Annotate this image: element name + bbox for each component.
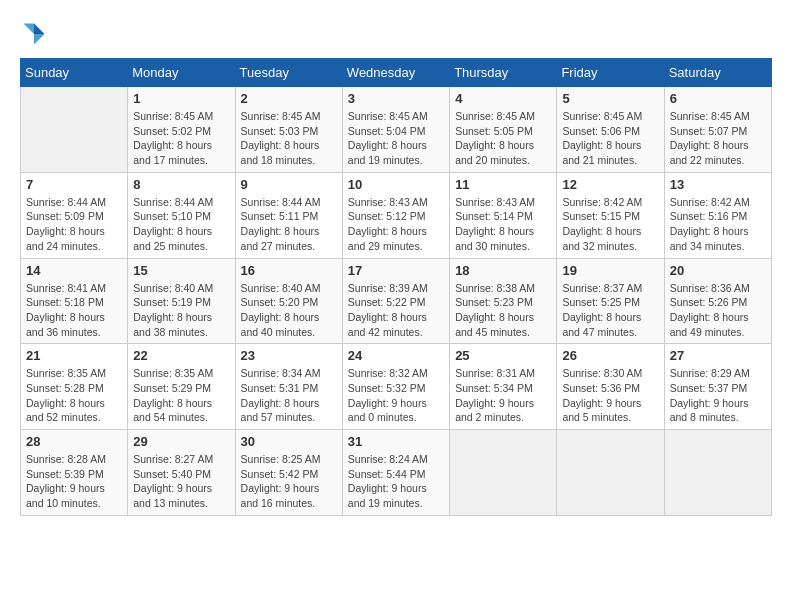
day-number: 9	[241, 177, 337, 192]
day-number: 2	[241, 91, 337, 106]
svg-marker-2	[24, 24, 35, 35]
day-number: 10	[348, 177, 444, 192]
day-number: 30	[241, 434, 337, 449]
day-info: Sunrise: 8:43 AMSunset: 5:12 PMDaylight:…	[348, 195, 444, 254]
day-info: Sunrise: 8:45 AMSunset: 5:06 PMDaylight:…	[562, 109, 658, 168]
day-number: 16	[241, 263, 337, 278]
day-info: Sunrise: 8:45 AMSunset: 5:02 PMDaylight:…	[133, 109, 229, 168]
day-info: Sunrise: 8:44 AMSunset: 5:10 PMDaylight:…	[133, 195, 229, 254]
day-info: Sunrise: 8:45 AMSunset: 5:03 PMDaylight:…	[241, 109, 337, 168]
calendar-cell: 13Sunrise: 8:42 AMSunset: 5:16 PMDayligh…	[664, 172, 771, 258]
day-number: 18	[455, 263, 551, 278]
day-number: 14	[26, 263, 122, 278]
day-number: 23	[241, 348, 337, 363]
day-info: Sunrise: 8:38 AMSunset: 5:23 PMDaylight:…	[455, 281, 551, 340]
day-info: Sunrise: 8:39 AMSunset: 5:22 PMDaylight:…	[348, 281, 444, 340]
calendar-cell: 12Sunrise: 8:42 AMSunset: 5:15 PMDayligh…	[557, 172, 664, 258]
day-number: 17	[348, 263, 444, 278]
calendar-cell: 9Sunrise: 8:44 AMSunset: 5:11 PMDaylight…	[235, 172, 342, 258]
day-number: 12	[562, 177, 658, 192]
calendar-cell	[21, 87, 128, 173]
day-number: 27	[670, 348, 766, 363]
weekday-header-friday: Friday	[557, 59, 664, 87]
calendar-cell: 8Sunrise: 8:44 AMSunset: 5:10 PMDaylight…	[128, 172, 235, 258]
week-row-5: 28Sunrise: 8:28 AMSunset: 5:39 PMDayligh…	[21, 430, 772, 516]
weekday-header-sunday: Sunday	[21, 59, 128, 87]
day-info: Sunrise: 8:41 AMSunset: 5:18 PMDaylight:…	[26, 281, 122, 340]
day-number: 1	[133, 91, 229, 106]
day-number: 7	[26, 177, 122, 192]
day-info: Sunrise: 8:28 AMSunset: 5:39 PMDaylight:…	[26, 452, 122, 511]
calendar-cell	[664, 430, 771, 516]
day-info: Sunrise: 8:44 AMSunset: 5:11 PMDaylight:…	[241, 195, 337, 254]
day-info: Sunrise: 8:44 AMSunset: 5:09 PMDaylight:…	[26, 195, 122, 254]
logo	[20, 20, 52, 48]
day-info: Sunrise: 8:31 AMSunset: 5:34 PMDaylight:…	[455, 366, 551, 425]
calendar-cell: 20Sunrise: 8:36 AMSunset: 5:26 PMDayligh…	[664, 258, 771, 344]
calendar-cell: 14Sunrise: 8:41 AMSunset: 5:18 PMDayligh…	[21, 258, 128, 344]
calendar-cell: 26Sunrise: 8:30 AMSunset: 5:36 PMDayligh…	[557, 344, 664, 430]
calendar-cell	[450, 430, 557, 516]
calendar-cell: 21Sunrise: 8:35 AMSunset: 5:28 PMDayligh…	[21, 344, 128, 430]
day-number: 3	[348, 91, 444, 106]
calendar-cell: 2Sunrise: 8:45 AMSunset: 5:03 PMDaylight…	[235, 87, 342, 173]
calendar-cell: 17Sunrise: 8:39 AMSunset: 5:22 PMDayligh…	[342, 258, 449, 344]
day-info: Sunrise: 8:43 AMSunset: 5:14 PMDaylight:…	[455, 195, 551, 254]
day-info: Sunrise: 8:40 AMSunset: 5:19 PMDaylight:…	[133, 281, 229, 340]
day-number: 28	[26, 434, 122, 449]
calendar-cell: 5Sunrise: 8:45 AMSunset: 5:06 PMDaylight…	[557, 87, 664, 173]
calendar-cell: 27Sunrise: 8:29 AMSunset: 5:37 PMDayligh…	[664, 344, 771, 430]
day-number: 22	[133, 348, 229, 363]
calendar-cell: 18Sunrise: 8:38 AMSunset: 5:23 PMDayligh…	[450, 258, 557, 344]
week-row-1: 1Sunrise: 8:45 AMSunset: 5:02 PMDaylight…	[21, 87, 772, 173]
day-info: Sunrise: 8:35 AMSunset: 5:29 PMDaylight:…	[133, 366, 229, 425]
day-info: Sunrise: 8:45 AMSunset: 5:04 PMDaylight:…	[348, 109, 444, 168]
weekday-header-monday: Monday	[128, 59, 235, 87]
svg-marker-0	[34, 24, 45, 35]
calendar-cell: 25Sunrise: 8:31 AMSunset: 5:34 PMDayligh…	[450, 344, 557, 430]
day-number: 24	[348, 348, 444, 363]
day-number: 8	[133, 177, 229, 192]
day-number: 20	[670, 263, 766, 278]
calendar-cell: 28Sunrise: 8:28 AMSunset: 5:39 PMDayligh…	[21, 430, 128, 516]
calendar-cell: 30Sunrise: 8:25 AMSunset: 5:42 PMDayligh…	[235, 430, 342, 516]
day-info: Sunrise: 8:24 AMSunset: 5:44 PMDaylight:…	[348, 452, 444, 511]
day-number: 13	[670, 177, 766, 192]
calendar-cell: 1Sunrise: 8:45 AMSunset: 5:02 PMDaylight…	[128, 87, 235, 173]
logo-icon	[20, 20, 48, 48]
day-number: 31	[348, 434, 444, 449]
calendar-cell: 4Sunrise: 8:45 AMSunset: 5:05 PMDaylight…	[450, 87, 557, 173]
day-number: 29	[133, 434, 229, 449]
calendar-table: SundayMondayTuesdayWednesdayThursdayFrid…	[20, 58, 772, 516]
day-info: Sunrise: 8:32 AMSunset: 5:32 PMDaylight:…	[348, 366, 444, 425]
calendar-cell: 6Sunrise: 8:45 AMSunset: 5:07 PMDaylight…	[664, 87, 771, 173]
day-info: Sunrise: 8:36 AMSunset: 5:26 PMDaylight:…	[670, 281, 766, 340]
calendar-cell: 3Sunrise: 8:45 AMSunset: 5:04 PMDaylight…	[342, 87, 449, 173]
day-number: 21	[26, 348, 122, 363]
day-info: Sunrise: 8:34 AMSunset: 5:31 PMDaylight:…	[241, 366, 337, 425]
day-info: Sunrise: 8:35 AMSunset: 5:28 PMDaylight:…	[26, 366, 122, 425]
week-row-3: 14Sunrise: 8:41 AMSunset: 5:18 PMDayligh…	[21, 258, 772, 344]
calendar-cell: 11Sunrise: 8:43 AMSunset: 5:14 PMDayligh…	[450, 172, 557, 258]
day-number: 26	[562, 348, 658, 363]
weekday-header-tuesday: Tuesday	[235, 59, 342, 87]
weekday-header-thursday: Thursday	[450, 59, 557, 87]
calendar-cell: 22Sunrise: 8:35 AMSunset: 5:29 PMDayligh…	[128, 344, 235, 430]
weekday-header-wednesday: Wednesday	[342, 59, 449, 87]
day-number: 15	[133, 263, 229, 278]
day-info: Sunrise: 8:30 AMSunset: 5:36 PMDaylight:…	[562, 366, 658, 425]
day-info: Sunrise: 8:42 AMSunset: 5:15 PMDaylight:…	[562, 195, 658, 254]
calendar-cell: 29Sunrise: 8:27 AMSunset: 5:40 PMDayligh…	[128, 430, 235, 516]
day-info: Sunrise: 8:25 AMSunset: 5:42 PMDaylight:…	[241, 452, 337, 511]
calendar-cell: 24Sunrise: 8:32 AMSunset: 5:32 PMDayligh…	[342, 344, 449, 430]
day-number: 4	[455, 91, 551, 106]
calendar-cell: 19Sunrise: 8:37 AMSunset: 5:25 PMDayligh…	[557, 258, 664, 344]
weekday-header-saturday: Saturday	[664, 59, 771, 87]
day-info: Sunrise: 8:45 AMSunset: 5:05 PMDaylight:…	[455, 109, 551, 168]
day-number: 11	[455, 177, 551, 192]
weekday-header-row: SundayMondayTuesdayWednesdayThursdayFrid…	[21, 59, 772, 87]
calendar-cell	[557, 430, 664, 516]
calendar-cell: 15Sunrise: 8:40 AMSunset: 5:19 PMDayligh…	[128, 258, 235, 344]
calendar-cell: 16Sunrise: 8:40 AMSunset: 5:20 PMDayligh…	[235, 258, 342, 344]
day-info: Sunrise: 8:27 AMSunset: 5:40 PMDaylight:…	[133, 452, 229, 511]
